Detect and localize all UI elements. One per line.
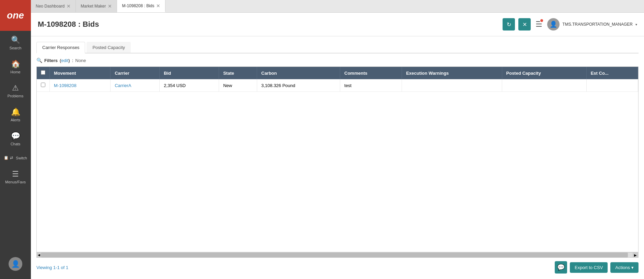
sidebar-item-alerts[interactable]: 🔔 Alerts — [0, 103, 31, 127]
td-state: New — [219, 79, 257, 92]
movement-link[interactable]: M-1098208 — [54, 83, 77, 88]
actions-button[interactable]: Actions ▾ — [610, 262, 639, 273]
carrier-link[interactable]: CarrierA — [115, 83, 131, 88]
header-actions: ↻ ✕ ☰ 👤 TMS.TRANSPORTATION_MANAGER ▾ — [503, 18, 637, 31]
tab-close-market-maker[interactable]: ✕ — [108, 4, 112, 9]
tab-close-neo-dashboard[interactable]: ✕ — [67, 4, 71, 9]
sidebar-item-label: Switch — [16, 156, 27, 160]
tab-carrier-responses[interactable]: Carrier Responses — [36, 42, 85, 53]
viewing-text: Viewing 1-1 of 1 — [36, 265, 68, 270]
th-select-all[interactable] — [37, 67, 50, 79]
sidebar-item-label: Problems — [8, 94, 23, 98]
inner-tab-label: Posted Capacity — [92, 45, 125, 50]
td-est-co — [586, 79, 638, 92]
footer-buttons: 💬 Export to CSV Actions ▾ — [555, 261, 639, 274]
td-carbon: 3,108.326 Pound — [257, 79, 340, 92]
sidebar-item-menus[interactable]: ☰ Menus/Favs — [0, 165, 31, 189]
sidebar: one 🔍 Search 🏠 Home ⚠ Problems 🔔 Alerts … — [0, 0, 31, 279]
chat-button[interactable]: 💬 — [555, 261, 567, 274]
data-table-container[interactable]: Movement Carrier Bid State Carbon — [36, 66, 639, 252]
user-info[interactable]: 👤 TMS.TRANSPORTATION_MANAGER ▾ — [547, 18, 637, 31]
viewing-range: 1-1 — [53, 265, 60, 270]
scroll-left-arrow[interactable]: ◀ — [37, 253, 41, 257]
user-avatar-sidebar: 👤 — [9, 257, 22, 271]
tab-neo-dashboard[interactable]: Neo Dashboard ✕ — [31, 0, 76, 12]
viewing-total: 1 — [66, 265, 68, 270]
tab-label: M-1098208 : Bids — [122, 3, 154, 8]
dropdown-arrow-icon: ▾ — [635, 23, 637, 26]
td-movement: M-1098208 — [50, 79, 111, 92]
sidebar-item-home[interactable]: 🏠 Home — [0, 55, 31, 79]
sidebar-item-label: Alerts — [11, 118, 20, 122]
sidebar-item-search[interactable]: 🔍 Search — [0, 31, 31, 55]
close-button[interactable]: ✕ — [518, 18, 531, 31]
notification-dot — [540, 19, 544, 23]
filters-separator: : — [72, 58, 73, 63]
logo: one — [0, 0, 31, 31]
actions-arrow-icon: ▾ — [631, 265, 634, 270]
switch-icon-left: 📋 — [4, 156, 9, 160]
select-all-checkbox[interactable] — [41, 70, 45, 75]
th-comments: Comments — [340, 67, 402, 79]
tab-label: Market Maker — [81, 4, 106, 9]
user-avatar: 👤 — [547, 18, 560, 31]
tab-bids[interactable]: M-1098208 : Bids ✕ — [117, 0, 165, 12]
footer-bar: Viewing 1-1 of 1 💬 Export to CSV Actions… — [36, 258, 639, 274]
sidebar-item-chats[interactable]: 💬 Chats — [0, 127, 31, 151]
td-execution-warnings — [402, 79, 502, 92]
th-state: State — [219, 67, 257, 79]
th-bid: Bid — [160, 67, 219, 79]
td-posted-capacity — [502, 79, 586, 92]
table-header-row: Movement Carrier Bid State Carbon — [37, 67, 638, 79]
search-icon: 🔍 — [11, 36, 20, 45]
page-header: M-1098208 : Bids ↻ ✕ ☰ 👤 TMS.TRANSPORTAT… — [31, 13, 644, 36]
user-name: TMS.TRANSPORTATION_MANAGER — [562, 22, 633, 27]
th-execution-warnings: Execution Warnings — [402, 67, 502, 79]
bell-icon: 🔔 — [11, 108, 20, 117]
inner-tab-label: Carrier Responses — [42, 45, 79, 50]
actions-label: Actions — [615, 265, 630, 270]
th-movement: Movement — [50, 67, 111, 79]
horizontal-scrollbar[interactable]: ◀ ▶ — [36, 252, 639, 258]
filters-label: Filters — [44, 58, 58, 63]
content-area: Carrier Responses Posted Capacity 🔍 Filt… — [31, 36, 644, 279]
refresh-button[interactable]: ↻ — [503, 18, 515, 31]
inner-tabs: Carrier Responses Posted Capacity — [36, 42, 639, 53]
menu-icon: ☰ — [12, 170, 19, 179]
scroll-thumb[interactable] — [41, 253, 628, 257]
sidebar-item-label: Chats — [11, 142, 21, 146]
th-carbon: Carbon — [257, 67, 340, 79]
tab-label: Neo Dashboard — [36, 4, 65, 9]
sidebar-item-switch[interactable]: 📋 ⇄ Switch — [0, 151, 31, 165]
export-csv-button[interactable]: Export to CSV — [570, 262, 608, 273]
filter-icon: 🔍 — [36, 58, 42, 63]
data-table: Movement Carrier Bid State Carbon — [37, 67, 638, 92]
home-icon: 🏠 — [11, 60, 20, 69]
filters-edit[interactable]: (edit) — [60, 58, 70, 63]
chat-icon: 💬 — [11, 132, 20, 141]
main-content: Neo Dashboard ✕ Market Maker ✕ M-1098208… — [31, 0, 644, 279]
th-posted-capacity: Posted Capacity — [502, 67, 586, 79]
table-row: M-1098208 CarrierA 2,354 USD New 3,108.3… — [37, 79, 638, 92]
th-est-co: Est Co... — [586, 67, 638, 79]
sidebar-item-label: Menus/Favs — [5, 180, 26, 184]
scroll-right-arrow[interactable]: ▶ — [633, 253, 638, 257]
th-carrier: Carrier — [111, 67, 160, 79]
sidebar-item-label: Search — [10, 46, 22, 50]
menu-button[interactable]: ☰ — [534, 19, 544, 30]
tab-close-bids[interactable]: ✕ — [156, 3, 160, 8]
td-row-checkbox[interactable] — [37, 79, 50, 92]
page-title: M-1098208 : Bids — [38, 20, 99, 29]
sidebar-item-problems[interactable]: ⚠ Problems — [0, 79, 31, 103]
filters-bar: 🔍 Filters (edit) : None — [36, 58, 639, 63]
td-comments: test — [340, 79, 402, 92]
tab-market-maker[interactable]: Market Maker ✕ — [76, 0, 117, 12]
warning-icon: ⚠ — [12, 84, 19, 93]
sidebar-avatar-btn[interactable]: 👤 — [0, 252, 31, 279]
switch-icon-right: ⇄ — [10, 156, 13, 160]
tab-posted-capacity[interactable]: Posted Capacity — [87, 42, 131, 53]
td-carrier: CarrierA — [111, 79, 160, 92]
row-checkbox[interactable] — [41, 83, 45, 87]
td-bid: 2,354 USD — [160, 79, 219, 92]
tab-bar: Neo Dashboard ✕ Market Maker ✕ M-1098208… — [31, 0, 644, 13]
